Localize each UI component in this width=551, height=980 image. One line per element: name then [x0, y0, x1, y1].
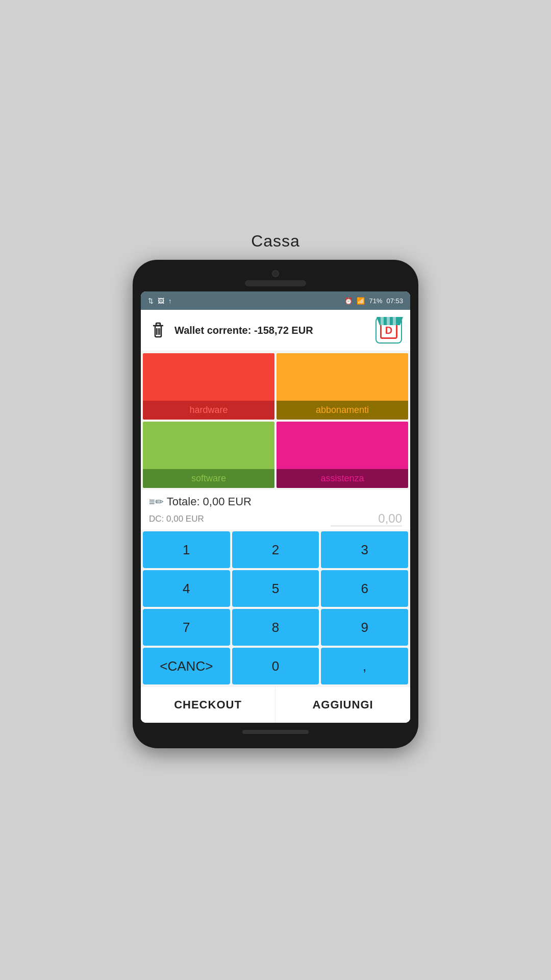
phone-frame: ⇅ 🖼 ↑ ⏰ 📶 71% 07:53: [133, 260, 418, 748]
numpad-9[interactable]: 9: [321, 609, 408, 646]
app-header: Wallet corrente: -158,72 EUR D: [141, 310, 410, 351]
svg-rect-7: [381, 317, 384, 325]
numpad-comma[interactable]: ,: [321, 648, 408, 684]
status-bar: ⇅ 🖼 ↑ ⏰ 📶 71% 07:53: [141, 291, 410, 310]
hardware-color: [143, 353, 274, 401]
status-left: ⇅ 🖼 ↑: [148, 297, 172, 305]
alarm-icon: ⏰: [344, 297, 353, 305]
amount-input[interactable]: [331, 511, 402, 526]
camera: [272, 270, 279, 277]
software-color: [143, 422, 274, 469]
numpad-4[interactable]: 4: [143, 570, 230, 607]
home-button: [242, 730, 309, 734]
screen: ⇅ 🖼 ↑ ⏰ 📶 71% 07:53: [141, 291, 410, 723]
totale-text: Totale: 0,00 EUR: [167, 495, 252, 508]
dc-row: DC: 0,00 EUR: [141, 510, 410, 529]
time-display: 07:53: [386, 297, 403, 305]
phone-bottom: [141, 730, 410, 734]
speaker: [245, 280, 306, 286]
software-label: software: [143, 469, 274, 488]
abbonamenti-label: abbonamenti: [277, 401, 408, 420]
sync-icon: ⇅: [148, 297, 154, 305]
numpad-5[interactable]: 5: [232, 570, 319, 607]
bottom-buttons: CHECKOUT AGGIUNGI: [141, 687, 410, 723]
numpad-3[interactable]: 3: [321, 531, 408, 568]
numpad-6[interactable]: 6: [321, 570, 408, 607]
upload-icon: ↑: [168, 297, 172, 305]
wifi-icon: 📶: [357, 297, 365, 305]
phone-top: [141, 270, 410, 286]
category-assistenza[interactable]: assistenza: [277, 422, 408, 488]
trash-button[interactable]: [149, 320, 167, 340]
status-right: ⏰ 📶 71% 07:53: [344, 297, 403, 305]
wallet-text: Wallet corrente: -158,72 EUR: [174, 325, 375, 336]
category-hardware[interactable]: hardware: [143, 353, 274, 420]
svg-rect-8: [387, 317, 390, 325]
assistenza-label: assistenza: [277, 469, 408, 488]
numpad-canc[interactable]: <CANC>: [143, 648, 230, 684]
svg-rect-9: [393, 317, 396, 325]
category-grid: hardware abbonamenti software assistenza: [141, 351, 410, 490]
numpad-1[interactable]: 1: [143, 531, 230, 568]
totale-row: ≡✏ Totale: 0,00 EUR: [141, 490, 410, 510]
app-content: Wallet corrente: -158,72 EUR D: [141, 310, 410, 723]
image-icon: 🖼: [158, 297, 164, 305]
shop-logo[interactable]: D: [375, 317, 402, 344]
checkout-button[interactable]: CHECKOUT: [141, 687, 276, 723]
category-abbonamenti[interactable]: abbonamenti: [277, 353, 408, 420]
shop-logo-d: D: [385, 325, 392, 336]
svg-rect-2: [156, 323, 160, 326]
numpad-7[interactable]: 7: [143, 609, 230, 646]
numpad-2[interactable]: 2: [232, 531, 319, 568]
page-title: Cassa: [251, 232, 300, 251]
numpad-0[interactable]: 0: [232, 648, 319, 684]
hardware-label: hardware: [143, 401, 274, 420]
dc-label: DC: 0,00 EUR: [149, 514, 204, 524]
list-edit-icon[interactable]: ≡✏: [149, 496, 164, 508]
numpad: 1 2 3 4 5 6 7 8 9 <CANC> 0 ,: [141, 529, 410, 687]
aggiungi-button[interactable]: AGGIUNGI: [276, 687, 410, 723]
abbonamenti-color: [277, 353, 408, 401]
battery-text: 71%: [369, 297, 382, 305]
category-software[interactable]: software: [143, 422, 274, 488]
assistenza-color: [277, 422, 408, 469]
numpad-8[interactable]: 8: [232, 609, 319, 646]
